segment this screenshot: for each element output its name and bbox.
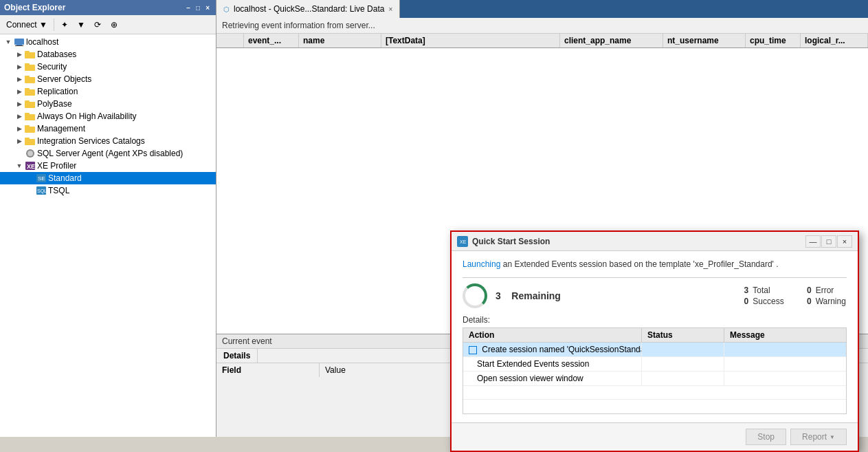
- tree-item-sql-agent[interactable]: SQL Server Agent (Agent XPs disabled): [0, 147, 216, 160]
- session-icon-standard: SE: [36, 173, 47, 184]
- tree-item-localhost[interactable]: ▼ localhost: [0, 36, 216, 48]
- grid-header: event_... name [TextData] client_app_nam…: [216, 34, 868, 48]
- tab-live-data[interactable]: ⬡ localhost - QuickSe...Standard: Live D…: [216, 0, 400, 18]
- oe-float-button[interactable]: □: [194, 4, 202, 12]
- value-col-header: Value: [320, 363, 351, 377]
- tree-label-tsql: TSQL: [48, 186, 69, 195]
- tree-expander-sql-agent[interactable]: [14, 148, 25, 159]
- svg-rect-12: [25, 100, 30, 103]
- tree-expander-polybase[interactable]: ▶: [14, 98, 25, 109]
- action-row-2[interactable]: Open session viewer window: [463, 372, 846, 386]
- tree-item-security[interactable]: ▶ Security: [0, 61, 216, 73]
- modal-minimize-button[interactable]: —: [805, 235, 821, 248]
- empty-row-1: [463, 386, 846, 400]
- modal-close-button[interactable]: ×: [837, 235, 852, 248]
- folder-icon-polybase: [25, 98, 36, 109]
- agent-icon: [25, 148, 36, 159]
- tree-item-databases[interactable]: ▶ Databases: [0, 48, 216, 61]
- action-row-0[interactable]: Create session named 'QuickSessionStanda…: [463, 343, 846, 357]
- report-button[interactable]: Report ▼: [790, 429, 847, 445]
- message-col-header: Message: [724, 328, 846, 342]
- svg-rect-18: [25, 138, 30, 140]
- status-message: Retrieving event information from server…: [222, 21, 375, 30]
- tree-item-server-objects[interactable]: ▶ Server Objects: [0, 73, 216, 85]
- svg-rect-10: [25, 88, 30, 91]
- tree-expander-localhost[interactable]: ▼: [3, 36, 14, 47]
- stat-error: 0 Error: [798, 286, 847, 295]
- message-cell-1: [724, 357, 846, 371]
- report-dropdown-arrow[interactable]: ▼: [830, 434, 835, 440]
- svg-rect-0: [14, 39, 24, 45]
- object-explorer-panel: Object Explorer − □ × Connect ▼ ✦ ▼ ⟳ ⊕: [0, 0, 216, 437]
- action-row-1[interactable]: Start Extended Events session: [463, 357, 846, 372]
- tree-expander-tsql[interactable]: [25, 185, 36, 196]
- desc-launching: Launching: [463, 259, 500, 269]
- message-cell-0: [724, 343, 846, 356]
- oe-pin-button[interactable]: −: [184, 4, 192, 12]
- stat-success: 0 Success: [735, 297, 783, 306]
- stop-button[interactable]: Stop: [746, 429, 786, 445]
- tree-label-integration: Integration Services Catalogs: [37, 136, 145, 146]
- tree-item-management[interactable]: ▶ Management: [0, 122, 216, 135]
- stats-grid: 3 Total 0 Error 0 Success: [735, 286, 847, 306]
- field-col-header: Field: [216, 363, 320, 377]
- tree-expander-xe-profiler[interactable]: ▼: [14, 160, 25, 171]
- refresh-button[interactable]: ⟳: [90, 17, 105, 32]
- tree-label-sql-agent: SQL Server Agent (Agent XPs disabled): [37, 149, 183, 158]
- col-checkbox: [216, 34, 244, 47]
- add-button[interactable]: ⊕: [107, 17, 122, 32]
- tree-expander-management[interactable]: ▶: [14, 123, 25, 134]
- tree-item-xe-profiler[interactable]: ▼ XE XE Profiler: [0, 160, 216, 172]
- tree-expander-replication[interactable]: ▶: [14, 86, 25, 97]
- modal-maximize-button[interactable]: □: [821, 235, 836, 248]
- toolbar-separator-1: [54, 19, 54, 31]
- tree-item-standard[interactable]: SE Standard: [0, 172, 216, 184]
- tree-item-always-on[interactable]: ▶ Always On High Availability: [0, 110, 216, 122]
- svg-rect-8: [25, 76, 30, 78]
- tree-label-polybase: PolyBase: [37, 99, 72, 109]
- new-query-button[interactable]: ✦: [57, 17, 72, 32]
- tree-expander-server-objects[interactable]: ▶: [14, 74, 25, 85]
- progress-spinner: [463, 283, 487, 308]
- tree-item-polybase[interactable]: ▶ PolyBase: [0, 98, 216, 110]
- stat-warning: 0 Warning: [798, 297, 847, 306]
- tree-expander-integration[interactable]: ▶: [14, 136, 25, 147]
- col-cpu-time: cpu_time: [746, 34, 801, 47]
- status-bar: Retrieving event information from server…: [216, 18, 868, 34]
- stat-total: 3 Total: [735, 286, 783, 295]
- modal-body: Launching an Extended Events session bas…: [452, 251, 858, 422]
- tree-item-tsql[interactable]: SQL TSQL: [0, 184, 216, 197]
- session-icon-tsql: SQL: [36, 185, 47, 196]
- svg-point-20: [27, 151, 33, 156]
- tree-item-integration[interactable]: ▶ Integration Services Catalogs: [0, 135, 216, 147]
- oe-close-button[interactable]: ×: [203, 4, 212, 12]
- tree-label-xe-profiler: XE Profiler: [37, 161, 76, 171]
- error-label: Error: [816, 286, 834, 295]
- svg-text:SQL: SQL: [37, 189, 47, 194]
- tree-item-replication[interactable]: ▶ Replication: [0, 85, 216, 98]
- tree-expander-databases[interactable]: ▶: [14, 49, 25, 60]
- tab-close-button[interactable]: ×: [388, 6, 392, 13]
- folder-icon-replication: [25, 86, 36, 97]
- connect-button[interactable]: Connect ▼: [3, 17, 51, 32]
- tree-expander-always-on[interactable]: ▶: [14, 111, 25, 122]
- folder-icon-integration: [25, 136, 36, 147]
- object-explorer-toolbar: Connect ▼ ✦ ▼ ⟳ ⊕: [0, 15, 216, 34]
- col-client-app: client_app_name: [560, 34, 663, 47]
- warning-value: 0: [798, 297, 812, 306]
- folder-icon-always-on: [25, 111, 36, 122]
- message-cell-2: [724, 372, 846, 385]
- remaining-label: Remaining: [511, 290, 561, 301]
- tab-bar: ⬡ localhost - QuickSe...Standard: Live D…: [216, 0, 868, 18]
- action-cell-0: Create session named 'QuickSessionStanda…: [463, 343, 642, 356]
- filter-button[interactable]: ▼: [74, 17, 89, 32]
- status-cell-1: [642, 357, 724, 371]
- svg-rect-16: [25, 125, 30, 128]
- tree-expander-standard[interactable]: [25, 173, 36, 184]
- progress-section: 3 Remaining 3 Total 0 Error: [463, 283, 847, 308]
- tree-expander-security[interactable]: ▶: [14, 61, 25, 72]
- modal-controls: — □ ×: [805, 235, 852, 248]
- bottom-tab-details[interactable]: Details: [216, 349, 258, 363]
- svg-rect-4: [25, 51, 30, 54]
- total-value: 3: [735, 286, 748, 295]
